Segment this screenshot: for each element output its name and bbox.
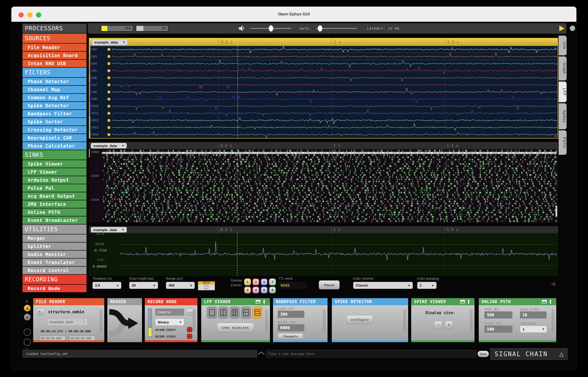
channel-event-dot[interactable] [107, 98, 110, 101]
sidebar-item-pulse-pal[interactable]: Pulse Pal [23, 184, 86, 192]
overlay-event-button-6[interactable]: 6 [261, 286, 268, 294]
sidebar-item-phase-detector[interactable]: Phase Detector [23, 78, 86, 85]
high-cut-field[interactable]: 6000 [278, 324, 304, 331]
sidebar-item-arduino-output[interactable]: Arduino Output [23, 176, 86, 184]
gate-slider[interactable] [316, 28, 357, 29]
sidebar-item-spike-sorter[interactable]: Spike Sorter [23, 118, 86, 126]
overlay-event-button-1[interactable]: 1 [244, 279, 251, 285]
signal-chain-a-button[interactable]: A [24, 305, 31, 312]
channel-type-data[interactable]: DATA [198, 282, 215, 284]
sidebar-item-spike-viewer[interactable]: Spike Viewer [23, 160, 86, 168]
volume-slider[interactable] [250, 28, 292, 29]
sidebar-item-common-avg-ref[interactable]: Common Avg Ref [23, 94, 86, 101]
module-file-reader[interactable]: FILE READER F: structure.oebin example_d… [33, 298, 104, 342]
drag-handle[interactable] [470, 309, 473, 331]
channel-type-adc[interactable]: ADC [198, 287, 215, 290]
layout-2row-button[interactable] [241, 307, 251, 318]
open-tab-icon[interactable] [550, 300, 551, 304]
record-format-select[interactable]: Binary ▼ [155, 318, 184, 326]
sidebar-item-zmq-interface[interactable]: ZMQ Interface [23, 200, 86, 208]
chan-height-select[interactable]: 20 ▼ [129, 282, 158, 289]
tab-graph[interactable]: Graph [559, 56, 567, 81]
drag-handle[interactable] [100, 309, 102, 331]
channel-event-dot[interactable] [107, 105, 110, 108]
drag-handle[interactable] [193, 309, 196, 331]
signal-chain-b-button[interactable]: B [24, 314, 31, 321]
trigger-select[interactable]: 1 ▼ [520, 326, 547, 333]
channel-event-dot[interactable] [107, 126, 110, 129]
channel-event-dot[interactable] [107, 112, 110, 115]
overlay-event-button-4[interactable]: 4 [252, 286, 259, 294]
sidebar-item-audio-monitor[interactable]: Audio Monitor [23, 250, 86, 258]
record-events-toggle[interactable] [187, 327, 192, 332]
overlay-event-button-3[interactable]: 3 [252, 279, 259, 285]
data-trace-panel[interactable]: example_data ▼ 0.5 s1 s1.5 s DATA MEAN: … [89, 226, 558, 276]
overlay-event-button-7[interactable]: 7 [269, 279, 276, 285]
module-bandpass-filter[interactable]: BANDPASS FILTER LOW_CUT 300 HIGH_CUT 600… [273, 298, 328, 342]
record-path-field[interactable]: /Users/ [155, 308, 184, 316]
drag-handle[interactable] [323, 309, 326, 331]
sidebar-item-spike-detector[interactable]: Spike Detector [23, 102, 86, 109]
drag-handle[interactable] [404, 309, 406, 331]
open-tab-icon[interactable] [468, 300, 469, 304]
range-select[interactable]: 400 ▼ [166, 282, 195, 289]
file-picker-button[interactable]: F: [37, 308, 45, 315]
gate-slider-thumb[interactable] [318, 25, 322, 32]
record-button[interactable] [570, 25, 575, 31]
controls-collapse-icon[interactable]: ◁ [551, 281, 555, 286]
sidebar-item-crossing-detector[interactable]: Crossing Detector [23, 126, 86, 134]
layout-1col-button[interactable] [207, 307, 217, 318]
open-window-icon[interactable] [256, 300, 260, 303]
message-input[interactable] [266, 350, 477, 358]
save-button[interactable]: Save [478, 351, 489, 357]
display-size-minus-button[interactable]: - [434, 321, 442, 329]
spike-raster-panel[interactable]: example_data ▼ 0.5 s1 s1.5 s ▲ ▼ CH59---… [89, 142, 558, 223]
signal-chain-slot[interactable] [24, 329, 31, 336]
channels-button[interactable]: Channels [278, 333, 303, 340]
sidebar-item-merger[interactable]: Merger [23, 235, 86, 242]
module-record-node[interactable]: RECORD NODE /Users/ ... Binary ▼ RECORD … [145, 298, 197, 342]
volume-slider-thumb[interactable] [269, 25, 273, 32]
layout-2col-button[interactable] [218, 307, 228, 318]
sidebar-item-acq-board-output[interactable]: Acq Board Output [23, 192, 86, 200]
color-grouping-select[interactable]: 1 ▼ [417, 282, 437, 289]
channel-event-dot[interactable] [107, 91, 110, 94]
speaker-icon[interactable] [239, 25, 245, 31]
configure-button[interactable]: configure [346, 315, 373, 324]
sidebar-item-splitter[interactable]: Splitter [23, 243, 86, 250]
bin-size-field[interactable]: 10 [520, 311, 547, 318]
tab-psth[interactable]: PSTH [559, 130, 567, 155]
lfp-display-panel[interactable]: example_data ▼ 0.5 s1 s1.5 s ▲ ▼ CH2CH3C… [89, 38, 558, 139]
low-cut-field[interactable]: 300 [278, 311, 304, 318]
channel-event-dot[interactable] [107, 133, 110, 136]
module-online-psth[interactable]: ONLINE PSTH PRE_MS 500 BIN_SIZE 10 POST_… [479, 298, 556, 342]
record-spikes-toggle[interactable] [187, 334, 192, 339]
tab-lfp[interactable]: LFP [559, 82, 567, 102]
module-lfp-viewer[interactable]: LFP VIEWER SYNC DISPLAYS [201, 298, 270, 342]
lfp-stream-selector[interactable]: example_data ▼ [92, 39, 128, 45]
sidebar-item-neuropixels-car[interactable]: Neuropixels CAR [23, 134, 86, 141]
sidebar-item-intan-rhd-usb[interactable]: Intan RHD USB [23, 60, 86, 67]
display-size-plus-button[interactable]: + [445, 321, 453, 329]
pre-ms-field[interactable]: 500 [484, 311, 512, 318]
rail-up-icon[interactable]: △ [25, 298, 28, 303]
overlay-event-button-2[interactable]: 2 [244, 286, 251, 294]
overlay-event-button-5[interactable]: 5 [261, 279, 268, 285]
channel-type-aux[interactable]: AUX [198, 284, 215, 287]
sync-displays-button[interactable]: SYNC DISPLAYS [217, 323, 254, 333]
module-merger[interactable]: MERGER [107, 298, 142, 342]
channel-event-dot[interactable] [107, 119, 110, 122]
channel-type-switcher[interactable]: DATAAUXADC [198, 281, 215, 290]
open-window-icon[interactable] [542, 300, 547, 303]
chevron-up-icon[interactable] [258, 352, 265, 355]
sidebar-item-record-node[interactable]: Record Node [23, 285, 86, 292]
sidebar-item-channel-map[interactable]: Channel Map [23, 86, 86, 93]
sidebar-item-acquisition-board[interactable]: Acquisition Board [23, 52, 86, 59]
post-ms-field[interactable]: 500 [484, 326, 512, 333]
signal-chain-slot[interactable] [24, 339, 31, 346]
sidebar-item-event-broadcaster[interactable]: Event Broadcaster [23, 216, 86, 224]
lfp-traces-area[interactable]: ▲ ▼ CH2CH3CH4CH5CH6CH7CH8CH9CH10CH11CH12… [89, 46, 558, 138]
open-tab-icon[interactable] [264, 300, 265, 304]
timebase-select[interactable]: 2.0 ▼ [92, 282, 121, 289]
play-button[interactable] [559, 25, 564, 31]
